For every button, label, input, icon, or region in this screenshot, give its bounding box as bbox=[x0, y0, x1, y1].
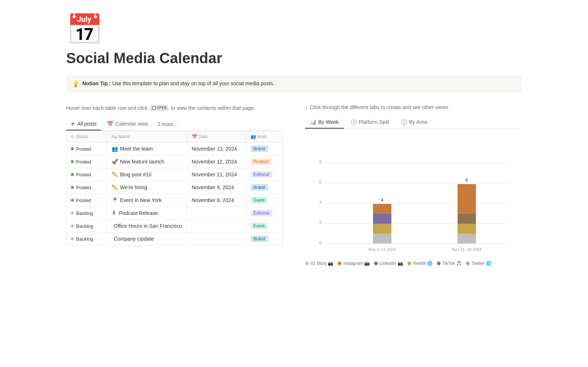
header-date: 📅 Date bbox=[187, 131, 246, 143]
status-text-3: Posted bbox=[76, 185, 91, 190]
cell-date-6 bbox=[187, 220, 246, 233]
cell-status-3: Posted bbox=[67, 181, 107, 194]
cell-status-4: Posted bbox=[67, 194, 107, 207]
y-label-6: 6 bbox=[319, 180, 322, 185]
status-text-7: Backlog bbox=[76, 236, 93, 242]
cell-area-3: Brand bbox=[246, 181, 283, 194]
legend-dot-ig-story bbox=[305, 262, 309, 265]
y-label-0: 0 bbox=[319, 240, 322, 245]
cell-date-1: November 12, 2024 bbox=[187, 155, 246, 168]
legend-label-twitter: Twitter 🌐 bbox=[472, 261, 491, 266]
chart-tab-platform-split[interactable]: 🕐 Platform Split bbox=[345, 116, 394, 129]
row-emoji-0: 👥 bbox=[112, 146, 118, 152]
status-dot-1 bbox=[71, 160, 74, 163]
status-text-2: Posted bbox=[76, 172, 91, 177]
table-row[interactable]: Posted ✏️ Blog post #10 November 11, 202… bbox=[67, 168, 283, 181]
cell-date-4: November 8, 2024 bbox=[187, 194, 246, 207]
table-row[interactable]: Backlog Company Update Brand bbox=[67, 233, 283, 245]
cell-date-7 bbox=[187, 233, 246, 245]
cell-name-7: Company Update bbox=[107, 233, 187, 245]
cell-name-5: 🎙 Podcast Release bbox=[107, 207, 187, 220]
right-panel: ↓ Click through the different tabs to cr… bbox=[305, 104, 522, 269]
label-nov11-total: 6 bbox=[466, 178, 468, 183]
bar-nov4-instagram bbox=[373, 204, 391, 214]
legend-label-reddit: Reddit 🌐 bbox=[413, 261, 433, 266]
cell-date-2: November 11, 2024 bbox=[187, 168, 246, 181]
bar-nov4-igstory bbox=[373, 234, 391, 244]
legend-reddit: Reddit 🌐 bbox=[408, 261, 433, 266]
table-row[interactable]: Backlog 🎙 Podcast Release Editorial bbox=[67, 207, 283, 220]
row-name-1: New feature launch bbox=[120, 159, 165, 165]
legend-tiktok: TikTok 🎵 bbox=[437, 261, 462, 266]
legend-label-ig-story: IG Story 📸 bbox=[311, 261, 333, 266]
bar-nov11-reddit bbox=[458, 224, 476, 234]
tip-content: Notion Tip : Use this template to plan a… bbox=[82, 80, 275, 86]
cell-area-6: Event bbox=[246, 220, 283, 233]
cell-status-6: Backlog bbox=[67, 220, 107, 233]
header-status: ⊙ Status bbox=[67, 131, 107, 143]
table-row[interactable]: Posted ✏️ We're hiring November 9, 2024 … bbox=[67, 181, 283, 194]
row-name-5: Podcast Release bbox=[119, 210, 158, 216]
table-row[interactable]: Posted 📍 Event in New York November 8, 2… bbox=[67, 194, 283, 207]
y-label-4: 4 bbox=[319, 200, 322, 205]
more-tabs-button[interactable]: 2 more... bbox=[154, 118, 182, 130]
cell-date-0: November 13, 2024 bbox=[187, 143, 246, 155]
table-header-row: ⊙ Status Aa Name 📅 Date bbox=[67, 131, 283, 143]
cell-status-7: Backlog bbox=[67, 233, 107, 245]
chart-tab-by-week[interactable]: 📊 By Week bbox=[305, 116, 344, 129]
cell-area-5: Editorial bbox=[246, 207, 283, 220]
date-col-icon: 📅 bbox=[192, 134, 198, 139]
legend-instagram: Instagram 📸 bbox=[338, 261, 370, 266]
status-dot-4 bbox=[71, 199, 74, 202]
by-week-label: By Week bbox=[318, 119, 339, 125]
area-badge-0: Brand bbox=[251, 145, 268, 152]
row-emoji-5: 🎙 bbox=[112, 210, 117, 216]
legend-label-instagram: Instagram 📸 bbox=[343, 261, 370, 266]
legend-dot-twitter bbox=[466, 262, 470, 265]
cell-date-5 bbox=[187, 207, 246, 220]
status-text-0: Posted bbox=[76, 146, 91, 152]
cell-area-0: Brand bbox=[246, 143, 283, 155]
content-area: Hover over each table row and click OPEN… bbox=[66, 104, 522, 269]
tab-calendar-view-label: Calendar view bbox=[115, 121, 148, 127]
row-name-6: Office Hours in San Francisco bbox=[114, 223, 182, 229]
all-posts-icon: ✳ bbox=[71, 121, 75, 127]
cell-status-0: Posted bbox=[67, 143, 107, 155]
table-row[interactable]: Posted 🚀 New feature launch November 12,… bbox=[67, 155, 283, 168]
cell-name-2: ✏️ Blog post #10 bbox=[107, 168, 187, 181]
tab-all-posts-label: All posts bbox=[77, 121, 97, 127]
table-row[interactable]: Backlog Office Hours in San Francisco Ev… bbox=[67, 220, 283, 233]
by-week-icon: 📊 bbox=[310, 119, 316, 125]
legend-twitter: Twitter 🌐 bbox=[466, 261, 491, 266]
status-text-6: Backlog bbox=[76, 223, 93, 229]
area-badge-3: Brand bbox=[251, 184, 268, 191]
legend-label-linkedin: LinkedIn 📸 bbox=[380, 261, 403, 266]
notion-tip-banner: 💡 Notion Tip : Use this template to plan… bbox=[66, 75, 522, 93]
open-badge-icon bbox=[152, 106, 156, 110]
calendar-view-icon: 📅 bbox=[107, 121, 113, 127]
page-container: 📅 Social Media Calendar 💡 Notion Tip : U… bbox=[37, 0, 551, 284]
cell-status-1: Posted bbox=[67, 155, 107, 168]
status-dot-5 bbox=[71, 212, 74, 215]
left-instruction: Hover over each table row and click OPEN… bbox=[66, 104, 283, 112]
area-badge-4: Event bbox=[251, 197, 268, 204]
row-name-2: Blog post #10 bbox=[120, 172, 152, 177]
table-row[interactable]: Posted 👥 Meet the team November 13, 2024… bbox=[67, 143, 283, 155]
y-label-2: 2 bbox=[319, 220, 322, 225]
area-badge-6: Event bbox=[251, 223, 268, 229]
open-badge: OPEN bbox=[150, 105, 169, 112]
status-dot-6 bbox=[71, 224, 74, 227]
tip-label: Notion Tip : bbox=[82, 80, 111, 86]
tab-calendar-view[interactable]: 📅 Calendar view bbox=[103, 118, 153, 130]
header-area: 👥 Area bbox=[246, 131, 283, 143]
row-name-7: Company Update bbox=[114, 236, 154, 242]
chart-tab-by-area[interactable]: 🕐 By Area bbox=[396, 116, 432, 129]
bar-chart-svg: 0 2 4 6 8 bbox=[305, 138, 522, 255]
cell-name-4: 📍 Event in New York bbox=[107, 194, 187, 207]
tab-all-posts[interactable]: ✳ All posts bbox=[66, 118, 101, 130]
platform-split-label: Platform Split bbox=[359, 119, 389, 125]
row-emoji-4: 📍 bbox=[112, 197, 118, 203]
cell-status-2: Posted bbox=[67, 168, 107, 181]
status-text-4: Posted bbox=[76, 198, 91, 203]
area-col-icon: 👥 bbox=[251, 134, 257, 139]
